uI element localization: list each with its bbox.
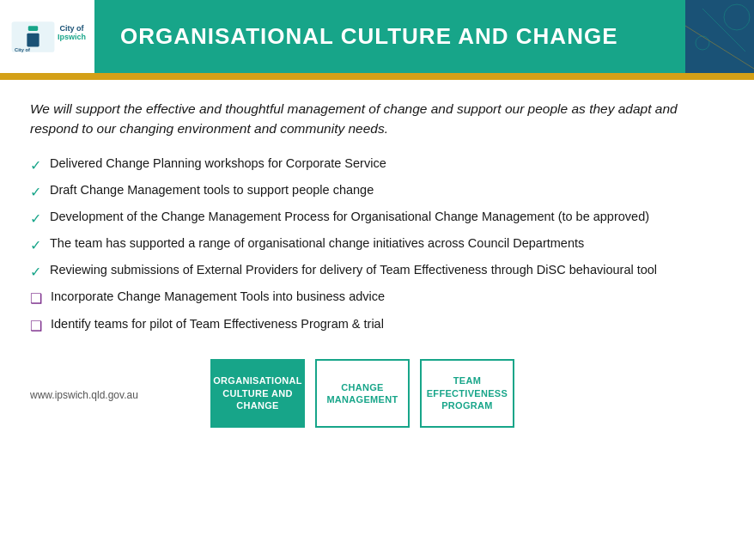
svg-point-7 [696,36,709,50]
list-item: ✓Reviewing submissions of External Provi… [30,261,724,282]
svg-point-5 [724,4,750,30]
list-item-text: Development of the Change Management Pro… [50,208,649,226]
check-icon: ✓ [30,182,41,202]
square-icon: ❑ [30,316,42,336]
header-title-area: ORGANISATIONAL CULTURE AND CHANGE [94,0,685,73]
ipswich-logo: City of City of Ipswich [9,11,58,63]
website-link: www.ipswich.qld.gov.au [30,389,138,401]
logo-area: City of City of Ipswich City ofIpswich [0,0,94,73]
list-item: ✓Delivered Change Planning workshops for… [30,155,724,175]
list-item-text: Delivered Change Planning workshops for … [50,155,386,173]
nav-card-2[interactable]: TEAM EFFECTIVENESS PROGRAM [420,359,514,428]
svg-rect-1 [28,26,38,31]
svg-line-8 [685,26,754,69]
header: City of City of Ipswich City ofIpswich O… [0,0,754,73]
list-item: ❑Incorporate Change Management Tools int… [30,288,724,308]
list-item: ✓Development of the Change Management Pr… [30,208,724,228]
footer-row: www.ipswich.qld.gov.au ORGANISATIONAL CU… [0,354,754,435]
svg-rect-2 [27,33,39,46]
square-icon: ❑ [30,289,42,308]
nav-card-0[interactable]: ORGANISATIONAL CULTURE AND CHANGE [210,359,305,428]
list-item: ✓Draft Change Management tools to suppor… [30,181,724,202]
list-item: ❑Identify teams for pilot of Team Effect… [30,315,724,336]
check-icon: ✓ [30,155,41,175]
list-item-text: The team has supported a range of organi… [50,234,584,253]
gold-divider [0,73,754,80]
list-item-text: Incorporate Change Management Tools into… [51,288,385,306]
svg-text:City of: City of [15,47,30,52]
list-item-text: Reviewing submissions of External Provid… [50,261,657,279]
intro-paragraph: We will support the effective and though… [30,99,724,139]
nav-card-1[interactable]: CHANGE MANAGEMENT [315,359,410,428]
list-item-text: Draft Change Management tools to support… [50,181,374,199]
checklist: ✓Delivered Change Planning workshops for… [30,155,724,336]
list-item: ✓The team has supported a range of organ… [30,234,724,255]
check-icon: ✓ [30,235,41,255]
check-icon: ✓ [30,262,41,282]
cards-row: ORGANISATIONAL CULTURE AND CHANGECHANGE … [138,359,587,428]
main-content: We will support the effective and though… [0,80,754,350]
page-title: ORGANISATIONAL CULTURE AND CHANGE [120,23,617,50]
list-item-text: Identify teams for pilot of Team Effecti… [51,315,384,333]
header-deco [685,0,754,73]
check-icon: ✓ [30,209,41,228]
